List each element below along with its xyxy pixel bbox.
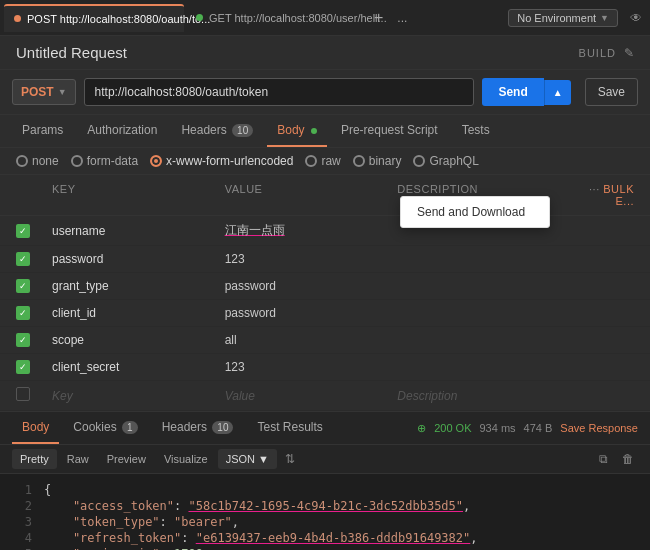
format-type-dropdown[interactable]: JSON ▼: [218, 449, 277, 469]
table-row: scope all: [0, 327, 650, 354]
tab-add-button[interactable]: +: [368, 10, 389, 26]
header-value: VALUE: [217, 179, 390, 211]
json-colon: :: [160, 515, 174, 529]
row-desc-scope: [389, 334, 562, 346]
tab-headers[interactable]: Headers 10: [171, 115, 263, 147]
row-checkbox[interactable]: [8, 273, 44, 299]
copy-icon[interactable]: ⧉: [595, 452, 612, 466]
checkbox-client-secret[interactable]: [16, 360, 30, 374]
radio-graphql-circle: [413, 155, 425, 167]
bulk-edit-button[interactable]: Bulk E...: [603, 183, 634, 207]
radio-binary-circle: [353, 155, 365, 167]
table-row: grant_type password: [0, 273, 650, 300]
radio-binary-label: binary: [369, 154, 402, 168]
response-tab-headers-label: Headers: [162, 420, 207, 434]
header-dots-icon[interactable]: ···: [589, 183, 600, 195]
body-type-form-data[interactable]: form-data: [71, 154, 138, 168]
format-tab-raw[interactable]: Raw: [59, 449, 97, 469]
response-tab-headers[interactable]: Headers 10: [152, 412, 244, 444]
row-value-client-id[interactable]: password: [217, 300, 390, 326]
response-tab-cookies[interactable]: Cookies 1: [63, 412, 147, 444]
response-size: 474 B: [524, 422, 553, 434]
row-actions-client-secret: [562, 361, 642, 373]
body-type-raw[interactable]: raw: [305, 154, 340, 168]
clear-icon[interactable]: 🗑: [618, 452, 638, 466]
checkbox-grant-type[interactable]: [16, 279, 30, 293]
checkbox-placeholder[interactable]: [16, 387, 30, 401]
row-value-scope[interactable]: all: [217, 327, 390, 353]
env-chevron-icon: ▼: [600, 13, 609, 23]
body-type-graphql[interactable]: GraphQL: [413, 154, 478, 168]
row-key-client-secret[interactable]: client_secret: [44, 354, 217, 380]
row-value-password[interactable]: 123: [217, 246, 390, 272]
tab-bar: POST http://localhost:8080/oauth/to... G…: [0, 0, 650, 36]
tab-more-button[interactable]: ...: [391, 11, 413, 25]
title-actions: BUILD ✎: [579, 46, 634, 60]
checkbox-client-id[interactable]: [16, 306, 30, 320]
row-checkbox[interactable]: [8, 246, 44, 272]
row-key-password[interactable]: password: [44, 246, 217, 272]
row-actions-placeholder: [562, 390, 642, 402]
row-value-grant-type[interactable]: password: [217, 273, 390, 299]
save-button[interactable]: Save: [585, 78, 638, 106]
body-type-binary[interactable]: binary: [353, 154, 402, 168]
checkbox-password[interactable]: [16, 252, 30, 266]
tab-get[interactable]: GET http://localhost:8080/user/hell...: [186, 4, 366, 32]
method-select[interactable]: POST ▼: [12, 79, 76, 105]
row-key-placeholder[interactable]: Key: [44, 383, 217, 409]
code-line-4: 4 "refresh_token": "e6139437-eeb9-4b4d-b…: [0, 530, 650, 546]
url-input[interactable]: [84, 78, 475, 106]
save-response-button[interactable]: Save Response: [560, 422, 638, 434]
row-key-scope[interactable]: scope: [44, 327, 217, 353]
tab-pre-request[interactable]: Pre-request Script: [331, 115, 448, 147]
row-checkbox[interactable]: [8, 354, 44, 380]
tab-post[interactable]: POST http://localhost:8080/oauth/to...: [4, 4, 184, 32]
tab-authorization[interactable]: Authorization: [77, 115, 167, 147]
row-desc-placeholder[interactable]: Description: [389, 383, 562, 409]
row-key-client-id[interactable]: client_id: [44, 300, 217, 326]
code-line-1: 1 {: [0, 482, 650, 498]
tab-post-label: POST http://localhost:8080/oauth/to...: [27, 13, 210, 25]
tab-body[interactable]: Body: [267, 115, 327, 147]
checkbox-username[interactable]: [16, 224, 30, 238]
edit-icon[interactable]: ✎: [624, 46, 634, 60]
json-colon: :: [174, 499, 188, 513]
request-title-bar: Untitled Request BUILD ✎: [0, 36, 650, 70]
row-checkbox[interactable]: [8, 218, 44, 244]
response-tab-test-results[interactable]: Test Results: [247, 412, 332, 444]
json-value-access-token: "58c1b742-1695-4c94-b21c-3dc52dbb35d5": [189, 499, 464, 513]
row-value-placeholder[interactable]: Value: [217, 383, 390, 409]
row-key-username[interactable]: username: [44, 218, 217, 244]
row-value-client-secret[interactable]: 123: [217, 354, 390, 380]
send-group: Send ▲: [482, 78, 570, 106]
tab-authorization-label: Authorization: [87, 123, 157, 137]
body-type-none[interactable]: none: [16, 154, 59, 168]
format-tab-pretty[interactable]: Pretty: [12, 449, 57, 469]
tab-params[interactable]: Params: [12, 115, 73, 147]
format-tab-preview[interactable]: Preview: [99, 449, 154, 469]
method-label: POST: [21, 85, 54, 99]
row-value-username[interactable]: 江南一点雨: [217, 216, 390, 245]
line-number: 1: [16, 483, 32, 497]
params-table-header: KEY VALUE DESCRIPTION ··· Bulk E...: [0, 175, 650, 216]
send-and-download-option[interactable]: Send and Download: [401, 197, 549, 227]
sort-icon[interactable]: ⇅: [285, 452, 295, 466]
send-button[interactable]: Send: [482, 78, 543, 106]
body-type-urlencoded[interactable]: x-www-form-urlencoded: [150, 154, 293, 168]
response-tab-body[interactable]: Body: [12, 412, 59, 444]
eye-icon[interactable]: 👁: [626, 11, 646, 25]
row-key-grant-type[interactable]: grant_type: [44, 273, 217, 299]
row-checkbox[interactable]: [8, 327, 44, 353]
json-comma: ,: [232, 515, 239, 529]
row-checkbox[interactable]: [8, 300, 44, 326]
checkbox-scope[interactable]: [16, 333, 30, 347]
format-tab-visualize[interactable]: Visualize: [156, 449, 216, 469]
send-dropdown-button[interactable]: ▲: [544, 80, 571, 105]
radio-graphql-label: GraphQL: [429, 154, 478, 168]
response-headers-badge: 10: [212, 421, 233, 434]
tab-get-dot: [196, 14, 203, 21]
environment-selector[interactable]: No Environment ▼: [508, 9, 618, 27]
tab-tests[interactable]: Tests: [452, 115, 500, 147]
response-tab-cookies-label: Cookies: [73, 420, 116, 434]
code-line-3: 3 "token_type": "bearer",: [0, 514, 650, 530]
